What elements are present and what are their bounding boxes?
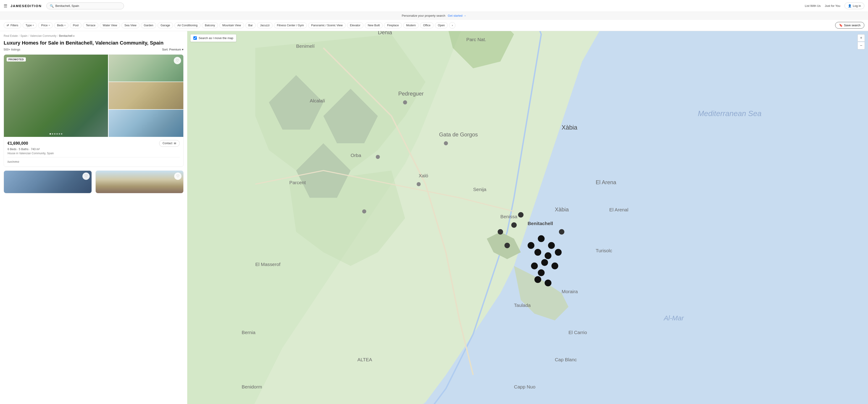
breadcrumb-current[interactable]: Benitachell ▾ (59, 34, 74, 37)
svg-text:Capp Nuo: Capp Nuo (514, 384, 535, 389)
fitness-center-filter[interactable]: Fitness Center / Gym (274, 22, 307, 28)
price-filter[interactable]: Price ▾ (38, 22, 53, 28)
listings-count: 500+ listings (4, 48, 20, 51)
svg-text:Benimelí: Benimelí (296, 44, 315, 49)
type-filter[interactable]: Type ▾ (23, 22, 37, 28)
get-started-link[interactable]: Get started → (448, 14, 466, 17)
filters-button[interactable]: ⇄ Filters (4, 22, 21, 28)
water-view-filter[interactable]: Water View (100, 22, 120, 28)
garden-filter[interactable]: Garden (141, 22, 156, 28)
svg-text:Senija: Senija (473, 187, 486, 192)
svg-text:Dénia: Dénia (378, 31, 392, 35)
modern-filter[interactable]: Modern (403, 22, 419, 28)
svg-text:Xàbia: Xàbia (562, 124, 577, 131)
logo[interactable]: JAMESEDITION (10, 4, 42, 8)
save-search-button[interactable]: 🔖 Save search (835, 22, 864, 29)
new-built-filter[interactable]: New Built (365, 22, 383, 28)
svg-point-2 (376, 155, 380, 159)
gallery-side-image[interactable] (108, 82, 183, 110)
svg-point-3 (417, 182, 421, 186)
svg-text:Gata de Gorgos: Gata de Gorgos (439, 132, 478, 138)
open-filter[interactable]: Open (435, 22, 448, 28)
favorite-button[interactable]: ♡ (174, 173, 182, 180)
main-layout: Real Estate / Spain / Valencian Communit… (0, 31, 868, 404)
svg-point-11 (531, 263, 538, 269)
left-panel: Real Estate / Spain / Valencian Communit… (0, 31, 187, 404)
list-with-us-link[interactable]: List With Us (805, 4, 820, 7)
svg-text:ALTEA: ALTEA (358, 357, 372, 362)
card-info: €1,690,000 Contact ✉ 6 Beds · 5 Baths · … (4, 137, 183, 167)
beds-filter[interactable]: Beds ▾ (54, 22, 69, 28)
jacuzzi-filter[interactable]: Jacuzzi (257, 22, 273, 28)
svg-point-16 (534, 276, 541, 283)
gallery-main-image[interactable]: PROMOTED (4, 55, 108, 137)
bookmark-icon: 🔖 (839, 24, 843, 27)
search-icon: 🔍 (50, 4, 54, 8)
login-button[interactable]: 👤 Log in (844, 2, 864, 9)
svg-point-10 (541, 259, 548, 266)
filter-icon: ⇄ (7, 24, 9, 27)
map-panel[interactable]: Pedreguer Orba Xaló Senija Gata de Gorgo… (187, 31, 868, 404)
svg-text:Parc Nat.: Parc Nat. (466, 37, 486, 42)
elevator-filter[interactable]: Elevator (347, 22, 364, 28)
scroll-right-button[interactable]: › (449, 22, 456, 29)
svg-point-4 (362, 209, 366, 213)
search-as-move-checkbox[interactable] (193, 36, 197, 40)
message-icon: ✉ (174, 142, 176, 145)
gallery-side-image[interactable] (108, 110, 183, 137)
sea-view-filter[interactable]: Sea View (121, 22, 140, 28)
svg-point-15 (555, 249, 562, 256)
map-controls: + − (858, 34, 865, 49)
favorite-button[interactable]: ♡ (174, 57, 181, 64)
office-filter[interactable]: Office (420, 22, 433, 28)
svg-text:El Carrio: El Carrio (568, 330, 587, 335)
svg-point-5 (444, 141, 448, 145)
map-svg: Pedreguer Orba Xaló Senija Gata de Gorgo… (187, 31, 868, 404)
search-bar[interactable]: 🔍 (46, 2, 124, 9)
map-container[interactable]: Pedreguer Orba Xaló Senija Gata de Gorgo… (187, 31, 868, 404)
svg-text:Bernia: Bernia (242, 330, 256, 335)
user-icon: 👤 (848, 4, 851, 7)
contact-button[interactable]: Contact ✉ (159, 140, 180, 147)
panoramic-view-filter[interactable]: Panoramic / Scenic View (308, 22, 346, 28)
svg-point-17 (545, 280, 552, 286)
svg-text:Al-Mar: Al-Mar (663, 314, 684, 322)
property-gallery: PROMOTED ♡ (4, 55, 183, 137)
chevron-down-icon: ▾ (64, 24, 65, 27)
property-card: PROMOTED ♡ (4, 54, 184, 167)
svg-point-20 (518, 212, 524, 218)
gallery-side-image[interactable]: ♡ (108, 55, 183, 82)
svg-point-9 (545, 252, 552, 259)
fireplace-filter[interactable]: Fireplace (384, 22, 402, 28)
breadcrumb-spain[interactable]: Spain (20, 34, 27, 37)
svg-point-14 (528, 242, 534, 249)
favorite-button[interactable]: ♡ (83, 173, 90, 180)
balcony-filter[interactable]: Balcony (202, 22, 218, 28)
gallery-dots (50, 133, 62, 135)
air-conditioning-filter[interactable]: Air Conditioning (175, 22, 200, 28)
search-as-move-container[interactable]: Search as I move the map (190, 34, 236, 42)
sort-button[interactable]: Sort: Premium ▾ (162, 48, 184, 51)
svg-text:Alcalalí: Alcalalí (310, 98, 325, 103)
page-title: Luxury Homes for Sale in Benitachell, Va… (4, 40, 184, 47)
garage-filter[interactable]: Garage (158, 22, 173, 28)
just-for-you-link[interactable]: Just for You (825, 4, 840, 7)
property-card-small[interactable]: ♡ (4, 170, 92, 193)
zoom-in-button[interactable]: + (858, 34, 865, 41)
svg-text:El Masserof: El Masserof (255, 262, 280, 267)
property-card-small[interactable]: ♡ (95, 170, 184, 193)
bar-filter[interactable]: Bar (245, 22, 256, 28)
svg-text:El Arena: El Arena (596, 179, 616, 185)
pool-filter[interactable]: Pool (70, 22, 82, 28)
hamburger-menu[interactable]: ☰ (4, 3, 7, 8)
card-agency: luxinmo (7, 157, 180, 163)
mountain-view-filter[interactable]: Mountain View (219, 22, 244, 28)
search-input[interactable] (56, 4, 121, 7)
personalize-bar: Personalize your property search Get sta… (0, 12, 868, 20)
zoom-out-button[interactable]: − (858, 42, 865, 49)
terrace-filter[interactable]: Terrace (83, 22, 98, 28)
card-specs: 6 Beds · 5 Baths · 743 m² (7, 148, 180, 151)
breadcrumb-valencian[interactable]: Valencian Community (30, 34, 56, 37)
breadcrumb-real-estate[interactable]: Real Estate (4, 34, 18, 37)
svg-text:Turisolc: Turisolc (596, 248, 612, 253)
